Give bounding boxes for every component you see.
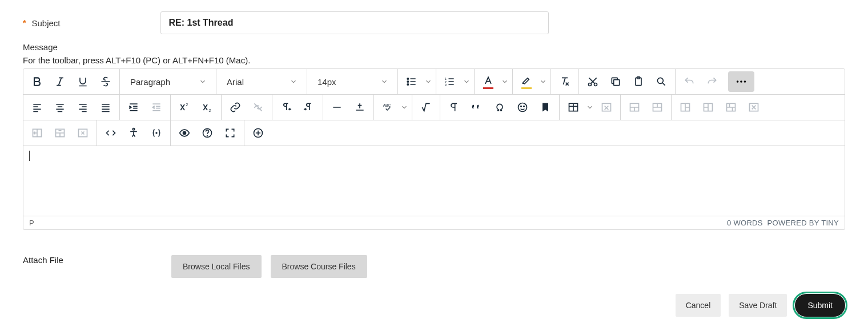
table-col-before-button[interactable]: [674, 95, 697, 120]
code-sample-button[interactable]: [145, 120, 168, 146]
indent-button[interactable]: [122, 95, 145, 120]
toolbar-hint: For the toolbar, press ALT+F10 (PC) or A…: [23, 55, 845, 65]
toolbar-row-1: Paragraph Arial 14px 123: [23, 69, 845, 95]
svg-point-5: [407, 78, 409, 80]
svg-rect-24: [614, 80, 620, 86]
svg-point-30: [740, 80, 742, 83]
submit-button[interactable]: Submit: [795, 294, 845, 317]
subscript-button[interactable]: 2: [196, 95, 219, 120]
svg-text:2: 2: [186, 103, 188, 107]
svg-point-7: [407, 84, 409, 86]
svg-point-64: [519, 103, 527, 112]
add-content-button[interactable]: [247, 120, 270, 146]
browse-course-button[interactable]: Browse Course Files: [271, 255, 367, 278]
more-toolbar-button[interactable]: [728, 71, 754, 92]
svg-point-66: [524, 106, 525, 107]
svg-text:2: 2: [209, 108, 211, 112]
ltr-button[interactable]: [275, 95, 298, 120]
block-format-select[interactable]: Paragraph: [122, 69, 214, 94]
table-row-after-button[interactable]: [646, 95, 669, 120]
subject-input[interactable]: [160, 11, 549, 34]
clear-formatting-button[interactable]: [553, 69, 576, 94]
italic-button[interactable]: [49, 69, 71, 94]
status-right: 0 WORDS POWERED BY TINY: [727, 219, 839, 227]
rich-text-editor: Paragraph Arial 14px 123: [23, 68, 845, 230]
font-size-select[interactable]: 14px: [310, 69, 395, 94]
editor-content-area[interactable]: [23, 146, 845, 216]
emoji-button[interactable]: [511, 95, 534, 120]
redo-button[interactable]: [701, 69, 724, 94]
cut-button[interactable]: [581, 69, 604, 94]
align-center-button[interactable]: [49, 95, 71, 120]
text-color-button[interactable]: [477, 69, 510, 94]
subject-label: Subject: [31, 18, 60, 28]
special-char-button[interactable]: [488, 95, 511, 120]
outdent-button[interactable]: [145, 95, 168, 120]
rtl-button[interactable]: [298, 95, 320, 120]
message-label: Message: [23, 42, 845, 52]
svg-point-103: [132, 128, 134, 130]
align-right-button[interactable]: [71, 95, 94, 120]
browse-local-button[interactable]: Browse Local Files: [171, 255, 262, 278]
table-delete-button[interactable]: [595, 95, 618, 120]
table-row-props-button[interactable]: [49, 120, 71, 146]
svg-line-28: [662, 83, 665, 86]
table-row-before-button[interactable]: [623, 95, 646, 120]
toolbar-row-2: 2 2 ABC: [23, 95, 845, 120]
numbered-list-button[interactable]: 123: [439, 69, 472, 94]
svg-text:ABC: ABC: [383, 103, 391, 107]
table-cell-props-button[interactable]: [26, 120, 49, 146]
link-button[interactable]: [224, 95, 247, 120]
element-path: P: [29, 219, 34, 227]
copy-button[interactable]: [604, 69, 627, 94]
svg-text:3: 3: [445, 83, 447, 87]
svg-point-27: [657, 78, 663, 83]
paste-button[interactable]: [627, 69, 650, 94]
align-left-button[interactable]: [26, 95, 49, 120]
bold-button[interactable]: [26, 69, 49, 94]
svg-line-2: [59, 78, 62, 85]
required-marker: *: [23, 18, 26, 27]
svg-point-29: [737, 80, 739, 83]
svg-point-105: [183, 132, 186, 135]
bullet-list-button[interactable]: [400, 69, 433, 94]
svg-point-65: [521, 106, 522, 107]
attach-file-label: Attach File: [23, 255, 171, 265]
hr-button[interactable]: [326, 95, 348, 120]
table-merge-button[interactable]: [720, 95, 742, 120]
find-button[interactable]: [650, 69, 673, 94]
help-button[interactable]: [196, 120, 219, 146]
spellcheck-button[interactable]: ABC: [376, 95, 409, 120]
insert-line-button[interactable]: [348, 95, 371, 120]
svg-point-104: [156, 132, 157, 134]
table-button[interactable]: [562, 95, 595, 120]
accessibility-button[interactable]: [122, 120, 145, 146]
superscript-button[interactable]: 2: [173, 95, 196, 120]
preview-button[interactable]: [173, 120, 196, 146]
source-code-button[interactable]: [99, 120, 122, 146]
table-delete-col-button[interactable]: [71, 120, 94, 146]
pilcrow-button[interactable]: [443, 95, 465, 120]
svg-point-6: [407, 81, 409, 83]
table-col-after-button[interactable]: [697, 95, 720, 120]
svg-point-31: [744, 80, 746, 83]
undo-button[interactable]: [678, 69, 701, 94]
unlink-button[interactable]: [247, 95, 270, 120]
blockquote-button[interactable]: [465, 95, 488, 120]
toolbar-row-3: [23, 120, 845, 146]
align-justify-button[interactable]: [94, 95, 117, 120]
math-button[interactable]: [415, 95, 437, 120]
svg-point-107: [207, 136, 208, 136]
anchor-button[interactable]: [534, 95, 557, 120]
strikethrough-button[interactable]: [94, 69, 117, 94]
underline-button[interactable]: [71, 69, 94, 94]
save-draft-button[interactable]: Save Draft: [729, 294, 787, 317]
cancel-button[interactable]: Cancel: [676, 294, 721, 317]
fullscreen-button[interactable]: [219, 120, 242, 146]
font-family-select[interactable]: Arial: [219, 69, 304, 94]
table-split-button[interactable]: [742, 95, 765, 120]
text-cursor: [29, 151, 30, 161]
highlight-color-button[interactable]: [515, 69, 548, 94]
